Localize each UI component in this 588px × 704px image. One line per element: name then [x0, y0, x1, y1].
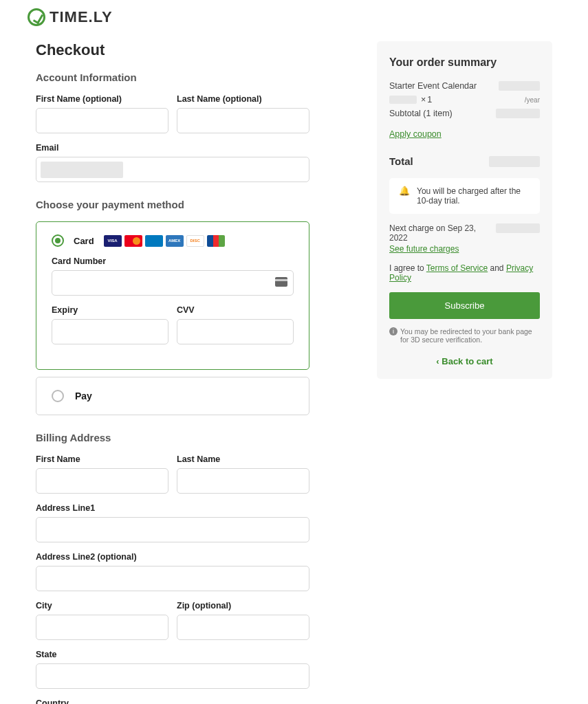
account-heading: Account Information [36, 72, 309, 83]
billing-last-name-label: Last Name [177, 454, 309, 464]
next-charge-text: Next charge on Sep 23, 2022 [389, 223, 476, 243]
email-redacted-value [41, 162, 123, 178]
country-label: Country [36, 698, 309, 704]
email-input[interactable] [36, 157, 309, 182]
address1-input[interactable] [36, 517, 309, 542]
qty-value: 1 [427, 95, 432, 104]
brand-logo: TIME.LY [28, 8, 560, 26]
applepay-radio-icon[interactable] [52, 390, 64, 402]
info-icon: i [389, 327, 398, 336]
card-number-label: Card Number [52, 256, 294, 266]
qty-prefix: × [421, 95, 426, 104]
back-to-cart-link[interactable]: Back to cart [436, 356, 492, 366]
payment-card-option[interactable]: Card VISA AMEX DISC Card Number [36, 221, 309, 370]
page-title: Checkout [36, 41, 309, 59]
bell-icon: 🔔 [399, 186, 410, 195]
billing-first-name-input[interactable] [36, 468, 168, 494]
order-summary: Your order summary Starter Event Calenda… [377, 41, 552, 379]
subtotal-label: Subtotal (1 item) [389, 109, 453, 118]
state-input[interactable] [36, 663, 309, 689]
product-name: Starter Event Calendar [389, 81, 477, 91]
amex-icon: AMEX [166, 235, 184, 247]
address1-label: Address Line1 [36, 503, 309, 513]
logo-mark-icon [28, 8, 45, 26]
cvv-input[interactable] [177, 319, 294, 344]
city-label: City [36, 601, 168, 610]
expiry-label: Expiry [52, 305, 168, 315]
subtotal-redacted [496, 109, 540, 118]
billing-last-name-input[interactable] [177, 468, 309, 494]
tos-link[interactable]: Terms of Service [426, 263, 488, 273]
last-name-input[interactable] [177, 108, 309, 133]
trial-notice: 🔔 You will be charged after the 10-day t… [389, 178, 540, 214]
total-redacted [489, 156, 540, 167]
mastercard-icon [124, 235, 142, 247]
address2-input[interactable] [36, 566, 309, 591]
visa-icon: VISA [104, 235, 122, 247]
jcb-icon [207, 235, 225, 247]
card-radio-icon[interactable] [52, 234, 64, 247]
discover-icon: DISC [186, 235, 204, 247]
address2-label: Address Line2 (optional) [36, 552, 309, 562]
unit-price-redacted [389, 96, 417, 104]
period-suffix: /year [525, 96, 540, 104]
apply-coupon-link[interactable]: Apply coupon [389, 129, 442, 139]
cvv-label: CVV [177, 305, 294, 315]
total-label: Total [389, 155, 413, 167]
credit-card-icon [275, 277, 287, 287]
card-brand-icons: VISA AMEX DISC [104, 235, 225, 247]
billing-heading: Billing Address [36, 432, 309, 443]
first-name-input[interactable] [36, 108, 168, 133]
applepay-label: Pay [74, 390, 92, 402]
price-redacted [499, 81, 540, 91]
agree-text: I agree to Terms of Service and Privacy … [389, 263, 540, 283]
summary-heading: Your order summary [389, 56, 540, 69]
card-option-label: Card [74, 236, 94, 246]
zip-label: Zip (optional) [177, 601, 309, 610]
diners-icon [145, 235, 163, 247]
zip-input[interactable] [177, 615, 309, 640]
last-name-label: Last Name (optional) [177, 94, 309, 104]
redirect-note-text: You may be redirected to your bank page … [400, 327, 540, 344]
see-future-link[interactable]: See future charges [389, 244, 496, 254]
card-number-input[interactable] [52, 270, 294, 296]
brand-name: TIME.LY [50, 8, 113, 26]
subscribe-button[interactable]: Subscribe [389, 292, 540, 319]
payment-heading: Choose your payment method [36, 199, 309, 210]
expiry-input[interactable] [52, 319, 168, 344]
email-label: Email [36, 143, 309, 153]
first-name-label: First Name (optional) [36, 94, 168, 104]
trial-notice-text: You will be charged after the 10-day tri… [417, 186, 530, 206]
city-input[interactable] [36, 615, 168, 640]
state-label: State [36, 650, 309, 659]
payment-applepay-option[interactable]: Pay [36, 377, 309, 415]
next-charge-amount-redacted [496, 223, 540, 233]
billing-first-name-label: First Name [36, 454, 168, 464]
